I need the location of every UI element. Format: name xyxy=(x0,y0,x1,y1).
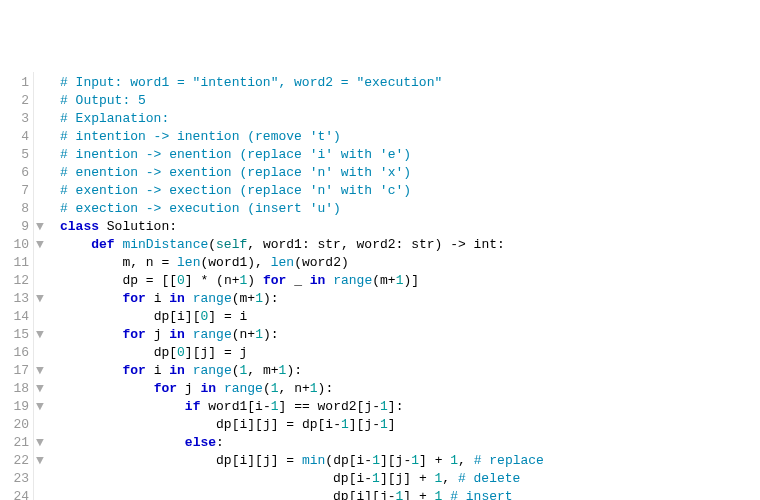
code-token: - xyxy=(364,471,372,486)
code-line[interactable]: # enention -> exention (replace 'n' with… xyxy=(60,164,544,182)
code-token: else xyxy=(185,435,216,450)
code-token: ] xyxy=(208,309,216,324)
code-token: _ xyxy=(286,273,309,288)
fold-spacer xyxy=(36,470,48,488)
code-token: = xyxy=(279,453,302,468)
fold-toggle-icon[interactable]: ▼ xyxy=(36,236,48,254)
code-token: 1 xyxy=(411,453,419,468)
code-token: n xyxy=(146,255,154,270)
fold-toggle-icon[interactable]: ▼ xyxy=(36,326,48,344)
code-line[interactable]: dp[i][0] = i xyxy=(60,308,544,326)
fold-toggle-icon[interactable]: ▼ xyxy=(36,452,48,470)
code-line[interactable]: dp[i][j-1] + 1 # insert xyxy=(60,488,544,500)
code-token xyxy=(60,309,154,324)
code-line[interactable]: # exection -> execution (insert 'u') xyxy=(60,200,544,218)
line-number: 7 xyxy=(10,182,29,200)
fold-spacer xyxy=(36,146,48,164)
code-token: # enention -> exention (replace 'n' with… xyxy=(60,165,411,180)
code-token: + xyxy=(427,453,450,468)
code-token: range xyxy=(224,381,263,396)
code-line[interactable]: dp[i][j] = dp[i-1][j-1] xyxy=(60,416,544,434)
code-token: # exention -> exection (replace 'n' with… xyxy=(60,183,411,198)
code-line[interactable]: # Input: word1 = "intention", word2 = "e… xyxy=(60,74,544,92)
code-token: # exection -> execution (insert 'u') xyxy=(60,201,341,216)
code-line[interactable]: # inention -> enention (replace 'i' with… xyxy=(60,146,544,164)
code-token: # insert xyxy=(450,489,512,500)
code-token: def xyxy=(91,237,114,252)
code-token: + xyxy=(247,327,255,342)
fold-toggle-icon[interactable]: ▼ xyxy=(36,290,48,308)
code-token: range xyxy=(193,363,232,378)
code-token: ] xyxy=(271,453,279,468)
line-number: 24 xyxy=(10,488,29,500)
code-token: ) xyxy=(263,327,271,342)
code-token: : xyxy=(169,219,177,234)
code-token xyxy=(146,363,154,378)
fold-toggle-icon[interactable]: ▼ xyxy=(36,362,48,380)
line-number: 19 xyxy=(10,398,29,416)
line-number: 15 xyxy=(10,326,29,344)
code-line[interactable]: if word1[i-1] == word2[j-1]: xyxy=(60,398,544,416)
fold-spacer xyxy=(36,164,48,182)
code-token: ( xyxy=(232,363,240,378)
fold-spacer xyxy=(36,110,48,128)
code-token: [ xyxy=(349,453,357,468)
code-token: , xyxy=(247,363,263,378)
code-token: Solution xyxy=(99,219,169,234)
fold-spacer xyxy=(36,254,48,272)
code-token: # delete xyxy=(458,471,520,486)
code-token: ][ xyxy=(380,453,396,468)
code-line[interactable]: class Solution: xyxy=(60,218,544,236)
code-token: for xyxy=(122,363,145,378)
code-line[interactable]: # Explanation: xyxy=(60,110,544,128)
code-line[interactable]: for i in range(m+1): xyxy=(60,290,544,308)
code-token: == xyxy=(286,399,317,414)
code-token: range xyxy=(193,327,232,342)
code-token: self xyxy=(216,237,247,252)
code-token: - xyxy=(364,453,372,468)
fold-spacer xyxy=(36,416,48,434)
code-line[interactable]: dp = [[0] * (n+1) for _ in range(m+1)] xyxy=(60,272,544,290)
code-token: 1 xyxy=(271,381,279,396)
code-token: for xyxy=(122,327,145,342)
code-line[interactable]: # intention -> inention (remove 't') xyxy=(60,128,544,146)
code-line[interactable]: else: xyxy=(60,434,544,452)
code-token xyxy=(60,345,154,360)
code-token: + xyxy=(388,273,396,288)
code-token xyxy=(177,381,185,396)
code-token: : xyxy=(216,435,224,450)
code-token: ( xyxy=(263,381,271,396)
code-token: : xyxy=(271,291,279,306)
code-line[interactable]: for j in range(n+1): xyxy=(60,326,544,344)
fold-toggle-icon[interactable]: ▼ xyxy=(36,398,48,416)
code-area[interactable]: # Input: word1 = "intention", word2 = "e… xyxy=(50,72,544,500)
code-line[interactable]: # Output: 5 xyxy=(60,92,544,110)
code-token: ][ xyxy=(185,345,201,360)
code-line[interactable]: dp[0][j] = j xyxy=(60,344,544,362)
code-token: + xyxy=(411,489,434,500)
code-line[interactable]: dp[i-1][j] + 1, # delete xyxy=(60,470,544,488)
code-token: ( xyxy=(232,327,240,342)
fold-gutter[interactable]: ▼▼ ▼ ▼ ▼▼▼ ▼▼ xyxy=(34,72,50,500)
line-number-gutter: 1234567891011121314151617181920212223242… xyxy=(0,72,34,500)
code-line[interactable]: for i in range(1, m+1): xyxy=(60,362,544,380)
code-token: m xyxy=(263,363,271,378)
code-token: word1 xyxy=(263,237,302,252)
code-token: - xyxy=(263,399,271,414)
code-token: len xyxy=(271,255,294,270)
code-token xyxy=(60,273,122,288)
code-token xyxy=(60,381,154,396)
code-token xyxy=(60,453,216,468)
code-line[interactable]: dp[i][j] = min(dp[i-1][j-1] + 1, # repla… xyxy=(60,452,544,470)
code-token: - xyxy=(372,399,380,414)
code-token: 1 xyxy=(372,453,380,468)
fold-toggle-icon[interactable]: ▼ xyxy=(36,218,48,236)
code-line[interactable]: # exention -> exection (replace 'n' with… xyxy=(60,182,544,200)
code-line[interactable]: def minDistance(self, word1: str, word2:… xyxy=(60,236,544,254)
fold-toggle-icon[interactable]: ▼ xyxy=(36,434,48,452)
code-editor[interactable]: 1234567891011121314151617181920212223242… xyxy=(0,72,760,500)
fold-toggle-icon[interactable]: ▼ xyxy=(36,380,48,398)
code-token: 1 xyxy=(271,399,279,414)
code-line[interactable]: for j in range(1, n+1): xyxy=(60,380,544,398)
code-line[interactable]: m, n = len(word1), len(word2) xyxy=(60,254,544,272)
